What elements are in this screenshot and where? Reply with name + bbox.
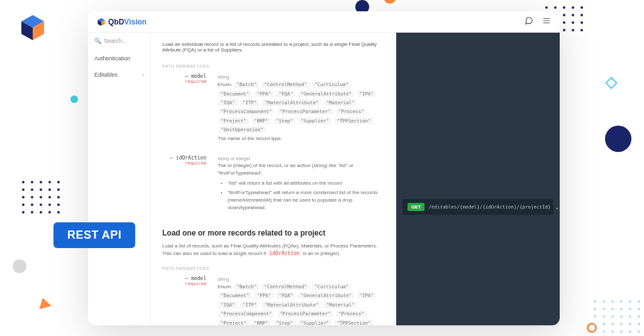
app-header: QbDVision [88, 11, 560, 33]
param-bullets: "list" will return a list with all attri… [228, 180, 385, 212]
chevron-down-icon: ⌄ [555, 204, 560, 210]
decor-diamond [605, 77, 618, 89]
param-type: string [218, 276, 385, 283]
search-placeholder: Search... [104, 38, 126, 44]
param-note: The name of the record type. [218, 135, 385, 143]
param-type: string or integer [218, 155, 385, 162]
param-bullet-item: "findForTypeahead" will return a more co… [228, 189, 385, 212]
desc-post: is an id (integer). [303, 251, 341, 256]
sidebar-item-authentication[interactable]: Authentication [94, 50, 144, 67]
sidebar-item-label: Editables [94, 72, 118, 78]
intro-text: Load an individual record or a list of r… [162, 41, 385, 53]
search-input[interactable]: 🔍 Search... [94, 38, 144, 44]
brand-logo[interactable]: QbDVision [97, 18, 147, 26]
search-icon: 🔍 [94, 38, 101, 44]
section-description: Load a list of records, such as Final Qu… [162, 242, 385, 257]
app-window: QbDVision 🔍 Search... Authentication Edi… [88, 11, 560, 325]
endpoint-path: /editables/{model}/{idOrAction}/{project… [428, 204, 550, 210]
section-title: Load one or more records related to a pr… [162, 229, 385, 237]
parameter-row: — modelrequiredstringEnum: "Batch" "Cont… [162, 276, 385, 325]
decor-circle [70, 95, 78, 103]
param-required: required [162, 79, 206, 84]
chevron-right-icon: › [142, 72, 144, 78]
decor-circle [384, 0, 396, 4]
chat-icon[interactable] [525, 16, 533, 27]
decor-dot-grid [22, 181, 61, 214]
param-required: required [162, 281, 206, 286]
menu-icon[interactable] [542, 16, 551, 27]
endpoint-selector[interactable]: GET /editables/{model}/{idOrAction}/{pro… [402, 199, 553, 215]
decor-circle [13, 259, 26, 273]
documentation-column: Load an individual record or a list of r… [151, 33, 396, 325]
param-name: — idOrAction [162, 155, 206, 161]
brand-cube-logo [19, 14, 47, 44]
brand-cube-icon [97, 18, 106, 26]
parameter-row: — idOrActionrequiredstring or integerThe… [162, 155, 385, 217]
parameter-row: — modelrequiredstringEnum: "Batch" "Cont… [162, 73, 385, 146]
decor-triangle [36, 296, 51, 310]
sidebar: 🔍 Search... Authentication Editables › [88, 33, 151, 325]
param-type: string [218, 73, 385, 80]
code-column: GET /editables/{model}/{idOrAction}/{pro… [396, 33, 560, 325]
param-description: The id (integer) of the record, or an ac… [218, 162, 385, 177]
decor-dot-grid [594, 300, 644, 333]
param-bullet-item: "list" will return a list with all attri… [228, 180, 385, 187]
param-enum-values: Enum: "Batch" "ControlMethod" "Curriculu… [218, 80, 385, 134]
param-required: required [162, 161, 206, 166]
desc-keyword: idOrAction [267, 251, 301, 256]
param-enum-values: Enum: "Batch" "ControlMethod" "Curriculu… [218, 283, 385, 325]
decor-circle [605, 126, 631, 152]
sidebar-item-editables[interactable]: Editables › [94, 67, 144, 83]
http-method-badge: GET [408, 203, 425, 211]
path-parameters-label: PATH PARAMETERS [162, 266, 385, 271]
brand-text-vision: Vision [124, 18, 147, 26]
rest-api-badge: REST API [53, 222, 135, 248]
param-name: — model [162, 73, 206, 79]
brand-text-qbd: QbD [108, 18, 124, 26]
param-name: — model [162, 276, 206, 281]
path-parameters-label: PATH PARAMETERS [162, 64, 385, 68]
